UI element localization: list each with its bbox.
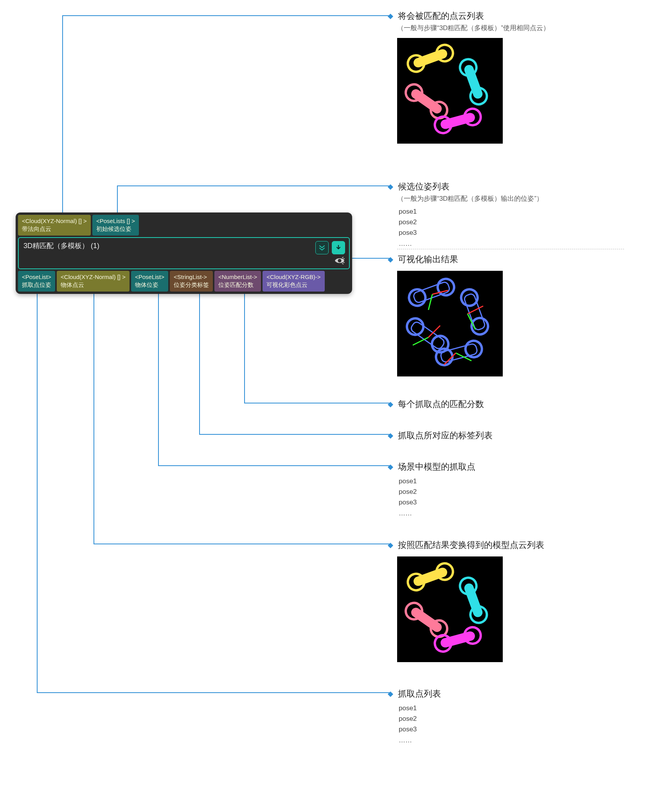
port-type: <PoseList> <box>135 273 164 281</box>
output-port-cloud-normal[interactable]: <Cloud(XYZ-Normal) [] > 物体点云 <box>57 271 130 292</box>
visualize-icon[interactable] <box>334 257 345 266</box>
pose-item: pose3 <box>399 497 640 508</box>
expand-down-icon[interactable] <box>315 241 329 254</box>
diamond-bullet-icon <box>388 691 393 697</box>
anno-input-cloud: 将会被匹配的点云列表 （一般与步骤“3D粗匹配（多模板）”使用相同点云） <box>397 10 640 144</box>
diamond-bullet-icon <box>388 543 393 548</box>
anno-scene-pick-points: 场景中模型的抓取点 pose1 pose2 pose3 …… <box>397 461 640 519</box>
svg-line-4 <box>468 314 475 329</box>
diamond-bullet-icon <box>388 184 393 190</box>
output-port-cloud-rgb[interactable]: <Cloud(XYZ-RGB)-> 可视化彩色点云 <box>263 271 324 292</box>
dashed-separator <box>397 249 624 249</box>
svg-point-0 <box>338 259 342 263</box>
port-type: <Cloud(XYZ-RGB)-> <box>266 273 320 281</box>
anno-title: 可视化输出结果 <box>398 254 458 264</box>
svg-line-5 <box>413 337 428 345</box>
anno-transformed-model-clouds: 按照匹配结果变换得到的模型点云列表 <box>397 539 640 662</box>
anno-pose-list: pose1 pose2 pose3 …… <box>397 206 640 249</box>
anno-title: 每个抓取点的匹配分数 <box>398 399 484 409</box>
input-port-cloud-normal[interactable]: <Cloud(XYZ-Normal) [] > 带法向点云 <box>18 215 91 236</box>
step-node: <Cloud(XYZ-Normal) [] > 带法向点云 <PoseLists… <box>16 212 352 294</box>
pose-item: pose2 <box>399 486 640 497</box>
anno-pose-list: pose1 pose2 pose3 …… <box>397 703 640 745</box>
port-label: 抓取点位姿 <box>22 281 51 289</box>
anno-label-list: 抓取点所对应的标签列表 <box>397 430 640 441</box>
node-title: 3D精匹配（多模板） (1) <box>19 238 349 254</box>
pose-item: pose1 <box>399 703 640 713</box>
pose-item: pose2 <box>399 713 640 724</box>
svg-line-1 <box>432 290 448 294</box>
port-label: 带法向点云 <box>22 225 87 233</box>
port-type: <Cloud(XYZ-Normal) [] > <box>61 273 126 281</box>
pose-item: …… <box>399 508 640 519</box>
anno-image-colored-clouds <box>397 556 503 662</box>
input-port-row: <Cloud(XYZ-Normal) [] > 带法向点云 <PoseLists… <box>16 212 352 236</box>
node-body[interactable]: 3D精匹配（多模板） (1) <box>18 237 350 269</box>
port-type: <Cloud(XYZ-Normal) [] > <box>22 217 87 225</box>
diamond-bullet-icon <box>388 14 393 19</box>
port-label: 物体点云 <box>61 281 126 289</box>
anno-pose-list: pose1 pose2 pose3 …… <box>397 476 640 519</box>
pose-item: …… <box>399 238 640 249</box>
svg-line-3 <box>468 306 483 314</box>
svg-line-2 <box>428 294 432 310</box>
port-type: <NumberList-> <box>218 273 257 281</box>
port-label: 物体位姿 <box>135 281 164 289</box>
diamond-bullet-icon <box>388 465 393 470</box>
output-port-numberlist[interactable]: <NumberList-> 位姿匹配分数 <box>214 271 261 292</box>
port-label: 位姿分类标签 <box>174 281 209 289</box>
port-label: 初始候选位姿 <box>96 225 135 233</box>
anno-title: 抓取点列表 <box>398 689 441 699</box>
anno-title: 按照匹配结果变换得到的模型点云列表 <box>398 540 544 550</box>
anno-image-colored-clouds <box>397 38 503 144</box>
port-label: 可视化彩色点云 <box>266 281 320 289</box>
anno-title: 场景中模型的抓取点 <box>398 462 475 472</box>
anno-candidate-poses: 候选位姿列表 （一般为步骤“3D粗匹配（多模板）输出的位姿”） pose1 po… <box>397 181 640 249</box>
anno-title: 候选位姿列表 <box>398 182 450 191</box>
pose-item: pose1 <box>399 206 640 217</box>
output-port-poselist-obj[interactable]: <PoseList> 物体位姿 <box>131 271 168 292</box>
anno-title: 将会被匹配的点云列表 <box>398 11 484 21</box>
anno-title: 抓取点所对应的标签列表 <box>398 430 493 440</box>
diamond-bullet-icon <box>388 433 393 439</box>
anno-pick-point-list: 抓取点列表 pose1 pose2 pose3 …… <box>397 688 640 745</box>
run-down-icon[interactable] <box>332 241 345 254</box>
output-port-poselist-pick[interactable]: <PoseList> 抓取点位姿 <box>18 271 55 292</box>
pose-item: …… <box>399 735 640 745</box>
output-port-row: <PoseList> 抓取点位姿 <Cloud(XYZ-Normal) [] >… <box>16 271 352 294</box>
svg-line-8 <box>444 353 456 365</box>
pose-item: pose3 <box>399 724 640 735</box>
port-type: <PoseList> <box>22 273 51 281</box>
anno-subtitle: （一般与步骤“3D粗匹配（多模板）”使用相同点云） <box>397 23 640 32</box>
pose-item: pose1 <box>399 476 640 486</box>
anno-image-viz <box>397 271 503 376</box>
output-port-stringlist[interactable]: <StringList-> 位姿分类标签 <box>170 271 213 292</box>
svg-line-6 <box>428 326 440 337</box>
svg-line-7 <box>456 353 471 361</box>
anno-viz-output: 可视化输出结果 <box>397 254 640 376</box>
anno-match-score: 每个抓取点的匹配分数 <box>397 398 640 410</box>
node-icon-group <box>315 241 345 254</box>
diamond-bullet-icon <box>388 257 393 263</box>
port-type: <StringList-> <box>174 273 209 281</box>
diamond-bullet-icon <box>388 402 393 407</box>
port-label: 位姿匹配分数 <box>218 281 257 289</box>
anno-subtitle: （一般为步骤“3D粗匹配（多模板）输出的位姿”） <box>397 194 640 203</box>
pose-item: pose2 <box>399 217 640 227</box>
diagram-canvas: <Cloud(XYZ-Normal) [] > 带法向点云 <PoseLists… <box>0 0 653 812</box>
port-type: <PoseLists [] > <box>96 217 135 225</box>
input-port-poselists[interactable]: <PoseLists [] > 初始候选位姿 <box>92 215 139 236</box>
pose-item: pose3 <box>399 227 640 238</box>
